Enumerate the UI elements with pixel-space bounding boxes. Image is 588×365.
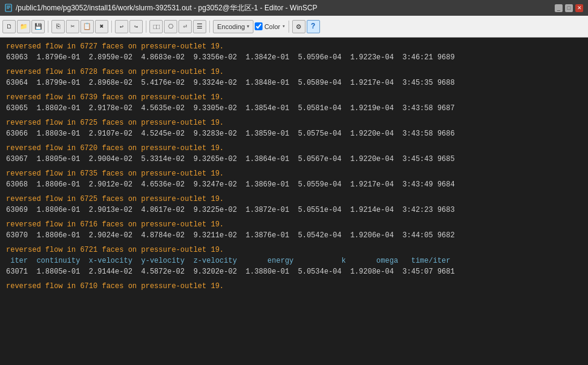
content-line: 63065 1.8802e-01 2.9178e-02 4.5635e-02 9… <box>6 103 582 114</box>
svg-rect-0 <box>5 4 11 12</box>
content-line: reversed flow in 6710 faces on pressure-… <box>6 281 582 292</box>
content-line: 63071 1.8805e-01 2.9144e-02 4.5872e-02 9… <box>6 266 582 277</box>
copy-button[interactable]: ⎘ <box>51 20 65 33</box>
content-line: reversed flow in 6725 faces on pressure-… <box>6 194 582 205</box>
content-line: 63066 1.8803e-01 2.9107e-02 4.5245e-02 9… <box>6 128 582 139</box>
content-line: reversed flow in 6725 faces on pressure-… <box>6 117 582 128</box>
redo-button[interactable]: ↪ <box>129 20 143 33</box>
goto-button[interactable]: ⏎ <box>178 20 192 33</box>
settings-button[interactable]: ⚙ <box>292 20 305 33</box>
sep4 <box>209 21 210 33</box>
content-line: 63070 1.8806e-01 2.9024e-02 4.8784e-02 9… <box>6 230 582 241</box>
open-button[interactable]: 📁 <box>17 20 30 33</box>
content-line: 63067 1.8805e-01 2.9004e-02 5.3314e-02 9… <box>6 154 582 165</box>
new-button[interactable]: 🗋 <box>2 20 16 33</box>
color-checkbox[interactable] <box>255 22 263 30</box>
color-checkbox-group[interactable]: Color <box>255 22 280 30</box>
toolbar: 🗋 📁 💾 ⎘ ✂ 📋 ✖ ↩ ↪ ⬚⬚ ⎔ ⏎ ☰ Encoding ▾ Co… <box>0 16 588 38</box>
app-icon <box>5 4 13 12</box>
undo-button[interactable]: ↩ <box>115 20 128 33</box>
encoding-arrow: ▾ <box>247 24 249 29</box>
delete-button[interactable]: ✖ <box>95 20 108 33</box>
content-line: reversed flow in 6739 faces on pressure-… <box>6 92 582 103</box>
sep2 <box>111 21 112 33</box>
help-button[interactable]: ? <box>307 20 320 33</box>
find-button[interactable]: ⬚⬚ <box>149 20 163 33</box>
paste-button[interactable]: 📋 <box>80 20 94 33</box>
editor-content[interactable]: reversed flow in 6727 faces on pressure-… <box>0 38 588 365</box>
content-line: 63064 1.8799e-01 2.8968e-02 5.4176e-02 9… <box>6 77 582 88</box>
title-bar: /public1/home/pg3052/install16/work/slur… <box>0 0 588 16</box>
sep3 <box>146 21 146 33</box>
save-button[interactable]: 💾 <box>31 20 45 33</box>
format-button[interactable]: ☰ <box>193 20 206 33</box>
cut-button[interactable]: ✂ <box>66 20 79 33</box>
encoding-dropdown[interactable]: Encoding ▾ <box>213 20 253 33</box>
close-btn[interactable]: ✕ <box>575 4 583 12</box>
maximize-btn[interactable]: □ <box>565 4 573 12</box>
content-line: reversed flow in 6728 faces on pressure-… <box>6 67 582 77</box>
title-text: /public1/home/pg3052/install16/work/slur… <box>16 3 317 13</box>
replace-button[interactable]: ⎔ <box>164 20 177 33</box>
content-line: reversed flow in 6716 faces on pressure-… <box>6 219 582 230</box>
sep1 <box>48 21 48 33</box>
color-label: Color <box>264 23 280 30</box>
encoding-label: Encoding <box>217 23 245 30</box>
content-line: 63063 1.8796e-01 2.8959e-02 4.8683e-02 9… <box>6 52 582 63</box>
content-line: 63068 1.8806e-01 2.9012e-02 4.6536e-02 9… <box>6 179 582 190</box>
minimize-btn[interactable]: _ <box>555 4 563 12</box>
sep5 <box>289 21 289 33</box>
content-line: reversed flow in 6721 faces on pressure-… <box>6 245 582 255</box>
content-line: reversed flow in 6735 faces on pressure-… <box>6 168 582 179</box>
content-line: reversed flow in 6727 faces on pressure-… <box>6 41 582 52</box>
content-line: 63069 1.8806e-01 2.9013e-02 4.8617e-02 9… <box>6 205 582 215</box>
content-line: reversed flow in 6720 faces on pressure-… <box>6 143 582 154</box>
content-line: iter continuity x-velocity y-velocity z-… <box>6 255 582 266</box>
color-dropdown-arrow[interactable]: ▾ <box>282 23 285 30</box>
